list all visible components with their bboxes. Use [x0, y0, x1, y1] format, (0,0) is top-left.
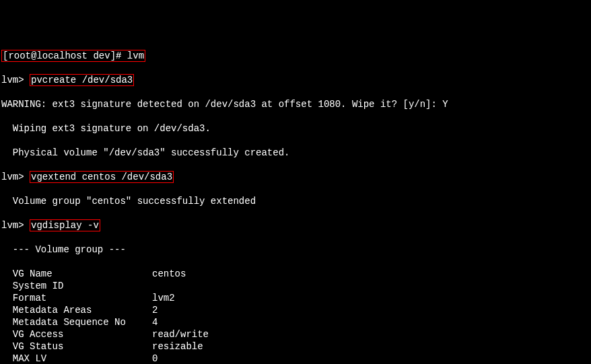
field-value: 0 [152, 353, 158, 364]
prompt-1[interactable]: [root@localhost dev]# lvm [1, 50, 145, 62]
field-label: VG Status [1, 340, 152, 353]
field-row: Metadata Areas2 [1, 304, 590, 316]
vg-header: --- Volume group --- [1, 244, 590, 256]
field-row: VG Accessread/write [1, 328, 590, 340]
field-value: lvm2 [152, 293, 175, 303]
field-value: centos [152, 268, 186, 279]
field-value: resizable [152, 341, 203, 352]
prompt-line-4: lvm> vgdisplay -v [1, 219, 590, 231]
field-row: Formatlvm2 [1, 292, 590, 304]
field-label: Metadata Areas [1, 304, 152, 316]
field-row: System ID [1, 280, 590, 292]
lvm-prompt: lvm> [1, 220, 30, 231]
field-row: VG Namecentos [1, 268, 590, 280]
pvcreated-line: Physical volume "/dev/sda3" successfully… [1, 147, 590, 159]
field-label: Format [1, 292, 152, 304]
field-value: 2 [152, 305, 158, 316]
field-label: Metadata Sequence No [1, 316, 152, 328]
field-row: Metadata Sequence No4 [1, 316, 590, 328]
command-vgextend[interactable]: vgextend centos /dev/sda3 [30, 171, 174, 183]
warning-line: WARNING: ext3 signature detected on /dev… [1, 98, 590, 110]
prompt-line-3: lvm> vgextend centos /dev/sda3 [1, 171, 590, 183]
prompt-text: [root@localhost dev]# [3, 50, 127, 61]
prompt-line-2: lvm> pvcreate /dev/sda3 [1, 74, 590, 86]
command-vgdisplay[interactable]: vgdisplay -v [30, 219, 100, 231]
command-pvcreate[interactable]: pvcreate /dev/sda3 [30, 74, 134, 86]
field-label: VG Name [1, 268, 152, 280]
field-value: 4 [152, 317, 158, 328]
field-value: read/write [152, 329, 209, 340]
field-row: VG Statusresizable [1, 340, 590, 353]
wiping-line: Wiping ext3 signature on /dev/sda3. [1, 122, 590, 135]
vgextended-line: Volume group "centos" successfully exten… [1, 195, 590, 207]
field-label: MAX LV [1, 353, 152, 364]
lvm-prompt: lvm> [1, 75, 30, 85]
field-label: VG Access [1, 328, 152, 340]
field-row: MAX LV0 [1, 353, 590, 364]
field-label: System ID [1, 280, 152, 292]
lvm-prompt: lvm> [1, 172, 30, 182]
command: lvm [127, 50, 144, 61]
prompt-line-1: [root@localhost dev]# lvm [1, 50, 590, 62]
